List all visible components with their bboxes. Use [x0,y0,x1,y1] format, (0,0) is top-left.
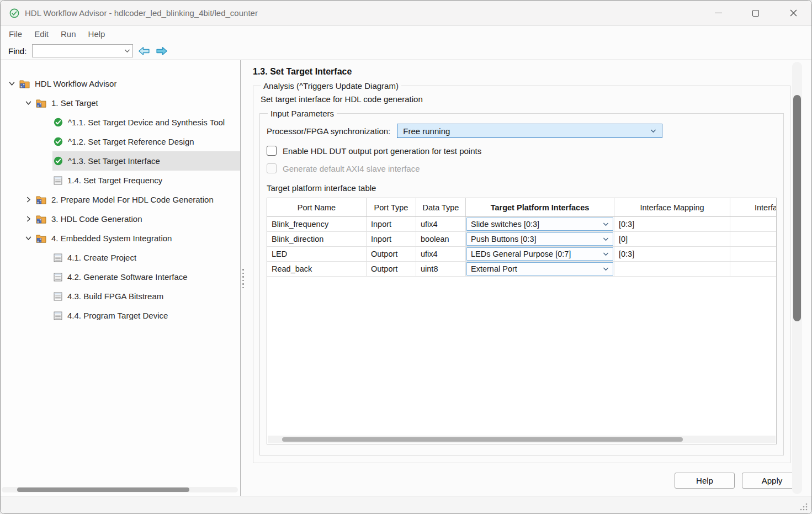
interface-dropdown-blink-direction[interactable]: Push Buttons [0:3] [466,232,613,246]
expander-right-icon[interactable] [22,190,35,209]
truncated-cell [730,217,777,231]
close-icon [790,9,797,17]
expander-down-icon[interactable] [22,93,35,113]
input-parameters-legend: Input Parameters [268,109,337,118]
tree-item-4-1-create-project[interactable]: 4.1. Create Project [1,248,240,267]
table-row-read-back: Read_back Outport uint8 External Port [267,262,776,277]
tree-item-4-3-build-fpga-bitstream[interactable]: 4.3. Build FPGA Bitstream [1,287,240,306]
interface-mapping-cell[interactable]: [0:3] [614,217,730,231]
menu-help[interactable]: Help [82,29,112,39]
window-title: HDL Workflow Advisor - hdlcoder_led_blin… [25,8,693,18]
vertical-scrollbar-thumb[interactable] [793,95,801,321]
interface-dropdown-blink-frequency[interactable]: Slide switches [0:3] [466,218,613,231]
tree-item-1-4-set-target-frequency[interactable]: 1.4. Set Target Frequency [1,171,240,190]
interface-cell: Slide switches [0:3] [466,217,614,231]
interface-mapping-cell[interactable] [614,262,730,276]
interface-mapping-cell[interactable]: [0:3] [614,247,730,261]
find-next-button[interactable] [155,46,168,56]
resize-grip[interactable] [800,502,808,511]
tree-item-4-4-program-target-device[interactable]: 4.4. Program Target Device [1,306,240,325]
interface-cell: External Port [466,262,614,276]
maximize-icon [752,10,759,17]
tree-horizontal-scrollbar[interactable] [2,487,238,492]
report-icon [54,273,62,282]
table-row-blink-frequency: Blink_frequency Inport ufix4 Slide switc… [267,217,776,232]
tree-item-4-2-generate-software-interface[interactable]: 4.2. Generate Software Interface [1,267,240,287]
workflow-tree-panel: HDL Workflow Advisor 1. Set Target ^1.1.… [1,60,241,496]
port-name-cell: Blink_frequency [267,217,367,231]
table-row-blink-direction: Blink_direction Inport boolean Push Butt… [267,232,776,247]
input-parameters-group: Input Parameters Processor/FPGA synchron… [259,109,784,455]
find-bar: Find: [1,42,811,60]
data-type-cell: boolean [416,232,466,246]
port-name-cell: LED [267,247,367,261]
chevron-down-icon [603,252,609,256]
find-input[interactable] [36,46,124,55]
test-points-checkbox[interactable] [267,146,277,156]
table-horizontal-scrollbar-thumb[interactable] [282,437,683,442]
tree-item-label: ^1.1. Set Target Device and Synthesis To… [68,118,225,127]
tree-item-label: 4.2. Generate Software Interface [67,272,188,282]
content-area: HDL Workflow Advisor 1. Set Target ^1.1.… [1,60,811,496]
menu-run[interactable]: Run [55,29,82,39]
menu-edit[interactable]: Edit [28,29,55,39]
arrow-right-icon [156,46,168,56]
tree-item-1-2-set-target-reference-design[interactable]: ^1.2. Set Target Reference Design [1,132,240,151]
tree-item-label: 4.1. Create Project [67,253,136,262]
col-header-interface-mapping: Interface Mapping [614,198,730,216]
interface-dropdown-value: Slide switches [0:3] [471,220,599,229]
chevron-down-icon [603,237,609,241]
tree-item-label: 1. Set Target [51,98,98,108]
title-bar: HDL Workflow Advisor - hdlcoder_led_blin… [1,1,811,26]
interface-dropdown-read-back[interactable]: External Port [466,262,613,275]
interface-dropdown-value: External Port [471,264,599,273]
processor-fpga-sync-dropdown[interactable]: Free running [397,124,662,138]
expander-right-icon[interactable] [22,209,35,229]
tree-item-4-embedded-system-integration[interactable]: 4. Embedded System Integration [1,229,240,248]
col-header-port-type: Port Type [367,198,416,216]
task-description: Set target interface for HDL code genera… [261,94,784,104]
interface-mapping-cell[interactable]: [0] [614,232,730,246]
find-previous-button[interactable] [137,46,151,56]
tree-item-label: 4.3. Build FPGA Bitstream [67,292,163,301]
tree-horizontal-scrollbar-thumb[interactable] [17,487,189,492]
tree-item-1-set-target[interactable]: 1. Set Target [1,93,240,113]
maximize-button[interactable] [743,4,768,23]
col-header-data-type: Data Type [416,198,466,216]
menu-file[interactable]: File [3,29,28,39]
analysis-group: Analysis (^Triggers Update Diagram) Set … [253,81,790,463]
tree-item-3-hdl-code-generation[interactable]: 3. HDL Code Generation [1,209,240,229]
minimize-button[interactable] [705,4,731,23]
interface-dropdown-value: LEDs General Purpose [0:7] [471,250,599,258]
help-button[interactable]: Help [675,473,735,489]
truncated-cell [730,247,777,261]
find-dropdown-chevron-icon[interactable] [124,49,130,53]
interface-dropdown-led[interactable]: LEDs General Purpose [0:7] [466,247,613,261]
tree-item-1-1-set-target-device-and-synthesis-tool[interactable]: ^1.1. Set Target Device and Synthesis To… [1,113,240,132]
menu-bar: File Edit Run Help [1,26,811,42]
expander-down-icon[interactable] [22,229,35,248]
tree-item-1-3-set-target-interface[interactable]: ^1.3. Set Target Interface [1,151,240,171]
tree-item-label: HDL Workflow Advisor [35,79,116,88]
tree-item-label: ^1.3. Set Target Interface [68,156,160,166]
panel-splitter-handle[interactable] [242,269,244,288]
axi4-slave-checkbox [267,163,277,173]
processor-fpga-sync-label: Processor/FPGA synchronization: [267,126,390,136]
tree-item-hdl-workflow-advisor[interactable]: HDL Workflow Advisor [1,74,240,93]
vertical-scrollbar[interactable] [792,62,802,494]
tree-item-label: 2. Prepare Model For HDL Code Generation [51,195,214,204]
minimize-icon [715,13,722,13]
page-title: 1.3. Set Target Interface [253,67,811,77]
port-type-cell: Outport [367,262,416,276]
workflow-folder-icon [36,195,46,204]
find-combobox[interactable] [32,44,133,57]
workflow-folder-icon [36,215,46,224]
expander-down-icon[interactable] [5,74,18,93]
close-button[interactable] [781,4,806,23]
tree-item-2-prepare-model[interactable]: 2. Prepare Model For HDL Code Generation [1,190,240,209]
table-horizontal-scrollbar[interactable] [268,436,776,443]
tree-item-label: 1.4. Set Target Frequency [67,176,162,185]
check-circle-icon [54,156,63,166]
processor-fpga-sync-value: Free running [403,126,450,136]
app-icon [9,8,19,18]
